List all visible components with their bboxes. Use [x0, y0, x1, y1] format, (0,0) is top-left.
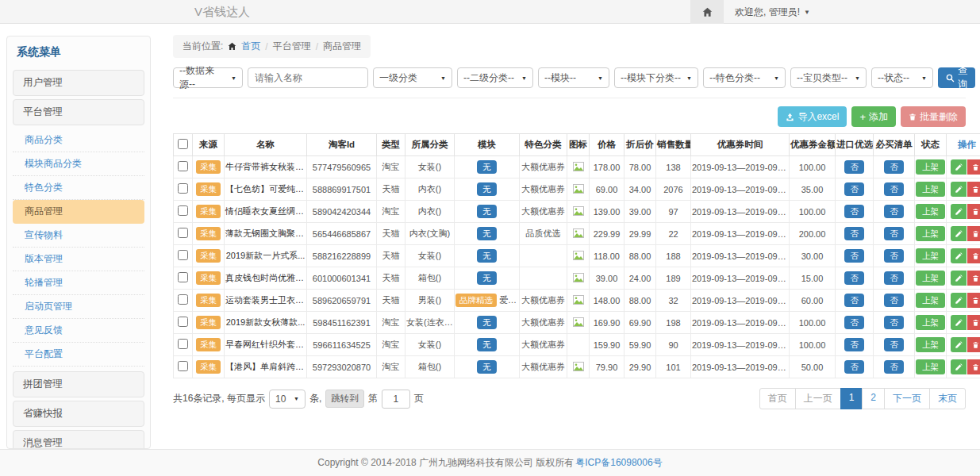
must-buy-toggle[interactable]: 否	[884, 249, 904, 263]
status-button[interactable]: 上架	[916, 293, 945, 308]
submenu-item-商品管理[interactable]: 商品管理	[13, 200, 144, 224]
row-checkbox[interactable]	[178, 361, 188, 371]
level1-category-select[interactable]: 一级分类▼	[373, 67, 452, 88]
imported-toggle[interactable]: 否	[844, 294, 864, 307]
must-buy-toggle[interactable]: 否	[884, 360, 904, 374]
per-page-select[interactable]: 10 ▼	[269, 390, 306, 409]
row-checkbox[interactable]	[178, 317, 188, 327]
submenu-item-特色分类[interactable]: 特色分类	[13, 176, 144, 200]
delete-button[interactable]	[967, 359, 980, 374]
status-button[interactable]: 上架	[916, 337, 945, 352]
submenu-item-版本管理[interactable]: 版本管理	[13, 248, 144, 271]
page-first[interactable]: 首页	[759, 388, 796, 409]
row-checkbox[interactable]	[178, 272, 188, 282]
submenu-item-宣传物料[interactable]: 宣传物料	[13, 224, 144, 248]
must-buy-toggle[interactable]: 否	[884, 160, 904, 174]
edit-button[interactable]	[951, 337, 967, 352]
page-number-input[interactable]	[382, 390, 410, 409]
item-type-select[interactable]: --宝贝类型--▼	[790, 67, 867, 88]
row-checkbox[interactable]	[178, 183, 188, 194]
user-menu[interactable]: 欢迎您, 管理员! ▼	[724, 0, 980, 24]
page-prev[interactable]: 上一页	[795, 388, 841, 409]
row-checkbox[interactable]	[178, 161, 188, 171]
imported-toggle[interactable]: 否	[844, 227, 864, 240]
edit-button[interactable]	[951, 315, 967, 330]
delete-button[interactable]	[967, 293, 980, 308]
name-search-input[interactable]	[248, 67, 368, 88]
edit-button[interactable]	[951, 248, 967, 263]
row-checkbox[interactable]	[178, 250, 188, 260]
page-2[interactable]: 2	[862, 388, 885, 409]
page-last[interactable]: 末页	[929, 388, 966, 409]
must-buy-toggle[interactable]: 否	[884, 271, 904, 285]
sidebar-item-省赚快报[interactable]: 省赚快报	[13, 401, 144, 427]
edit-button[interactable]	[951, 159, 967, 175]
must-buy-toggle[interactable]: 否	[884, 205, 904, 218]
must-buy-toggle[interactable]: 否	[884, 294, 904, 307]
import-excel-button[interactable]: 导入excel	[778, 106, 847, 127]
edit-button[interactable]	[951, 182, 967, 197]
status-button[interactable]: 上架	[916, 182, 945, 197]
batch-delete-button[interactable]: 批量删除	[901, 106, 966, 127]
level2-category-select[interactable]: --二级分类--▼	[457, 67, 533, 88]
delete-button[interactable]	[967, 271, 980, 286]
jump-to-button[interactable]: 跳转到	[325, 390, 364, 408]
status-button[interactable]: 上架	[916, 271, 945, 286]
edit-button[interactable]	[951, 204, 967, 219]
must-buy-toggle[interactable]: 否	[884, 338, 904, 351]
icp-link[interactable]: 粤ICP备16098006号	[575, 456, 662, 470]
select-all-checkbox[interactable]	[178, 139, 188, 149]
submenu-item-商品分类[interactable]: 商品分类	[13, 129, 144, 152]
status-button[interactable]: 上架	[916, 204, 945, 219]
status-select[interactable]: --状态--▼	[871, 67, 933, 88]
delete-button[interactable]	[967, 248, 980, 263]
status-button[interactable]: 上架	[916, 248, 945, 263]
edit-button[interactable]	[951, 271, 967, 286]
status-button[interactable]: 上架	[916, 315, 945, 330]
delete-button[interactable]	[967, 204, 980, 219]
source-select[interactable]: --数据来源--▼	[173, 67, 243, 88]
edit-button[interactable]	[951, 293, 967, 308]
module-sub-select[interactable]: --模块下分类--▼	[614, 67, 698, 88]
page-1[interactable]: 1	[840, 388, 863, 409]
imported-toggle[interactable]: 否	[844, 316, 864, 329]
page-next[interactable]: 下一页	[884, 388, 930, 409]
home-button[interactable]	[690, 0, 724, 24]
submenu-item-平台配置[interactable]: 平台配置	[13, 343, 144, 367]
imported-toggle[interactable]: 否	[844, 249, 864, 263]
row-checkbox[interactable]	[178, 228, 188, 238]
edit-button[interactable]	[951, 226, 967, 241]
sidebar-item-user-management[interactable]: 用户管理	[13, 70, 144, 96]
module-select[interactable]: --模块--▼	[538, 67, 609, 88]
imported-toggle[interactable]: 否	[844, 360, 864, 374]
submenu-item-意见反馈[interactable]: 意见反馈	[13, 319, 144, 343]
edit-button[interactable]	[951, 359, 967, 374]
sidebar-item-拼团管理[interactable]: 拼团管理	[13, 371, 144, 397]
delete-button[interactable]	[967, 182, 980, 197]
must-buy-toggle[interactable]: 否	[884, 227, 904, 240]
row-checkbox[interactable]	[178, 294, 188, 305]
status-button[interactable]: 上架	[916, 359, 945, 374]
status-button[interactable]: 上架	[916, 226, 945, 241]
add-button[interactable]: + 添加	[851, 106, 896, 127]
imported-toggle[interactable]: 否	[844, 182, 864, 196]
row-checkbox[interactable]	[178, 339, 188, 349]
imported-toggle[interactable]: 否	[844, 271, 864, 285]
delete-button[interactable]	[967, 226, 980, 241]
sidebar-item-platform-management[interactable]: 平台管理	[13, 99, 144, 125]
delete-button[interactable]	[967, 315, 980, 330]
submenu-item-启动页管理[interactable]: 启动页管理	[13, 295, 144, 319]
special-category-select[interactable]: --特色分类--▼	[703, 67, 786, 88]
delete-button[interactable]	[967, 337, 980, 352]
imported-toggle[interactable]: 否	[844, 338, 864, 351]
delete-button[interactable]	[967, 159, 980, 175]
imported-toggle[interactable]: 否	[844, 160, 864, 174]
must-buy-toggle[interactable]: 否	[884, 316, 904, 329]
submenu-item-模块商品分类[interactable]: 模块商品分类	[13, 152, 144, 176]
must-buy-toggle[interactable]: 否	[884, 182, 904, 196]
submenu-item-轮播管理[interactable]: 轮播管理	[13, 271, 144, 295]
search-button[interactable]: 查询	[938, 67, 975, 88]
row-checkbox[interactable]	[178, 205, 188, 216]
sidebar-item-消息管理[interactable]: 消息管理	[13, 430, 144, 449]
breadcrumb-home-link[interactable]: 首页	[241, 40, 260, 53]
